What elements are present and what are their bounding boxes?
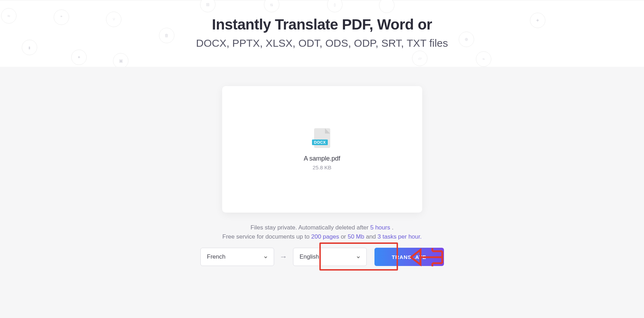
source-language-value: French (207, 253, 226, 260)
controls-row: French → English TRANSLATE (200, 248, 444, 266)
file-type-badge: DOCX (312, 139, 328, 145)
plus-box-icon: ⊕ (459, 32, 474, 47)
plus-note-icon: ▣ (113, 53, 128, 69)
target-language-select[interactable]: English (293, 248, 367, 266)
file-name: A sample.pdf (304, 155, 340, 162)
privacy-note: Files stay private. Automatically delete… (164, 224, 480, 231)
approx2-icon: ≈ (476, 51, 491, 67)
target-language-value: English (300, 253, 319, 260)
size-limit-link[interactable]: 50 Mb (348, 233, 364, 240)
limits-note: Free service for documents up to 200 pag… (164, 233, 480, 240)
main-area: DOCX A sample.pdf 25.8 KB Files stay pri… (0, 67, 644, 318)
upload-card[interactable]: DOCX A sample.pdf 25.8 KB (222, 86, 422, 213)
tasks-limit-link[interactable]: 3 tasks per hour. (378, 233, 422, 240)
tag2-icon: ▱ (412, 51, 427, 66)
translate-button[interactable]: TRANSLATE (374, 248, 444, 266)
tag-icon: ▮ (22, 40, 37, 55)
chevron-down-icon (356, 254, 361, 259)
chevron-down-icon (263, 254, 268, 259)
retention-link[interactable]: 5 hours (370, 224, 390, 231)
quote-icon: ❞ (54, 9, 69, 25)
document-icon: DOCX (314, 128, 330, 148)
puzzle-icon: ✦ (71, 50, 87, 65)
approx-icon: ≈ (1, 8, 16, 24)
hero-header: ≈ ❞ ⑂ ⊞ ⧅ ▯ 🗑 ▮ ✦ ▣ ▱ ⊕ ≈ ✦ Instantly Tr… (0, 0, 644, 67)
pages-limit-link[interactable]: 200 pages (311, 233, 339, 240)
page-subtitle: DOCX, PPTX, XLSX, ODT, ODS, ODP, SRT, TX… (0, 37, 644, 49)
source-language-select[interactable]: French (200, 248, 274, 266)
page-title: Instantly Translate PDF, Word or (0, 0, 644, 33)
direction-arrow-icon: → (274, 252, 293, 261)
puzzle2-icon: ✦ (530, 13, 545, 28)
fork-icon: ⑂ (106, 12, 121, 27)
file-size: 25.8 KB (313, 164, 331, 170)
trash-icon: 🗑 (159, 28, 174, 43)
